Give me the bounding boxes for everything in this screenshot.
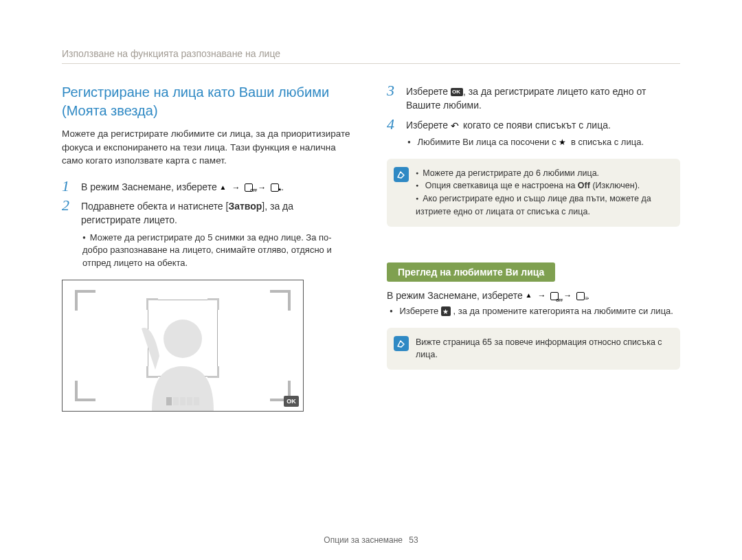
step4-bullet-b: в списъка с лица. [571, 137, 644, 147]
arrow-icon [258, 183, 267, 192]
shutter-bold: Затвор [228, 201, 262, 212]
arrow-icon [232, 183, 241, 192]
section-title: Регистриране на лица като Ваши любими (М… [62, 83, 355, 120]
step2-prefix: Подравнете обекта и натиснете [ [81, 201, 228, 212]
footer-label: Опции за заснемане [324, 535, 403, 545]
star-icon [559, 138, 568, 146]
step4-bullet: Любимите Ви лица са посочени с в списъка… [407, 136, 680, 149]
review-bullet: Изберете , за да промените категорията н… [390, 305, 680, 318]
review-subhead: Преглед на любимите Ви лица [387, 262, 555, 282]
step2-bullets: Можете да регистрирате до 5 снимки за ед… [82, 232, 355, 271]
step-2: 2 Подравнете обекта и натиснете [Затвор]… [62, 198, 355, 227]
subject-silhouette-icon [135, 301, 231, 411]
step4-bullets: Любимите Ви лица са посочени с в списъка… [407, 136, 680, 149]
note-box: Можете да регистрирате до 6 любими лица.… [387, 159, 680, 227]
svg-point-0 [164, 320, 202, 358]
progress-bars [166, 397, 199, 405]
info-icon [394, 167, 409, 182]
page-footer: Опции за заснемане 53 [0, 535, 742, 545]
focus-corner-icon [75, 381, 95, 401]
note-item: Ако регистрирате едно и също лице два пъ… [416, 192, 671, 219]
back-icon [451, 122, 460, 130]
page-header: Използване на функцията разпознаване на … [62, 48, 680, 64]
note-item: Можете да регистрирате до 6 любими лица. [416, 167, 671, 180]
review-bullets: Изберете , за да промените категорията н… [390, 305, 680, 318]
ok-icon [451, 88, 463, 96]
face-list-icon [576, 292, 587, 300]
focus-corner-icon [270, 290, 291, 311]
face-off-icon [244, 183, 255, 192]
step-number: 2 [62, 198, 74, 227]
step4-bullet-a: Любимите Ви лица са посочени с [417, 137, 559, 147]
step-4: 4 Изберете когато се появи списъкът с ли… [387, 117, 680, 132]
note-item: Опция светкавица ще е настроена на Off (… [416, 179, 671, 192]
review-prefix: В режим Заснемане, изберете [387, 290, 526, 301]
step4-prefix: Изберете [406, 120, 451, 131]
left-column: Регистриране на лица като Ваши любими (М… [62, 83, 355, 412]
review-bullet-b: , за да промените категорията на любимит… [453, 306, 673, 316]
review-line: В режим Заснемане, изберете . [387, 290, 680, 301]
page-number: 53 [409, 535, 418, 545]
step-number: 3 [387, 83, 399, 113]
step3-prefix: Изберете [406, 86, 451, 97]
note-box: Вижте страница 65 за повече информация о… [387, 328, 680, 370]
camera-preview-illustration: OK [62, 280, 304, 412]
step2-bullet: Можете да регистрирате до 5 снимки за ед… [82, 232, 355, 271]
off-bold: Off [578, 181, 590, 190]
note-list: Можете да регистрирате до 6 любими лица.… [416, 167, 671, 219]
up-icon [220, 183, 229, 192]
face-star-icon [270, 183, 281, 192]
step-number: 4 [387, 117, 399, 132]
step1-text: В режим Заснемане, изберете [81, 181, 220, 192]
step4-suffix: когато се появи списъкът с лица. [463, 120, 611, 131]
step-body: Изберете когато се появи списъкът с лица… [406, 117, 611, 132]
review-bullet-a: Изберете [399, 306, 440, 316]
intro-text: Можете да регистрирате любимите си лица,… [62, 127, 355, 168]
note2-text: Вижте страница 65 за повече информация о… [416, 336, 671, 362]
info-icon [394, 336, 409, 351]
manual-page: Използване на функцията разпознаване на … [0, 0, 742, 560]
arrow-icon [537, 292, 547, 300]
content-columns: Регистриране на лица като Ваши любими (М… [62, 83, 680, 412]
arrow-icon [563, 292, 573, 300]
step-body: В режим Заснемане, изберете . [81, 179, 284, 194]
star-box-icon [441, 307, 451, 315]
up-icon [526, 292, 535, 300]
face-off-icon [550, 292, 561, 300]
step-body: Изберете , за да регистрирате лицето кат… [406, 83, 680, 113]
ok-badge: OK [284, 396, 299, 407]
step-1: 1 В режим Заснемане, изберете . [62, 179, 355, 194]
focus-corner-icon [75, 290, 95, 311]
step-body: Подравнете обекта и натиснете [Затвор], … [81, 198, 355, 227]
right-column: 3 Изберете , за да регистрирате лицето к… [387, 83, 680, 412]
step-number: 1 [62, 179, 74, 194]
step-3: 3 Изберете , за да регистрирате лицето к… [387, 83, 680, 113]
